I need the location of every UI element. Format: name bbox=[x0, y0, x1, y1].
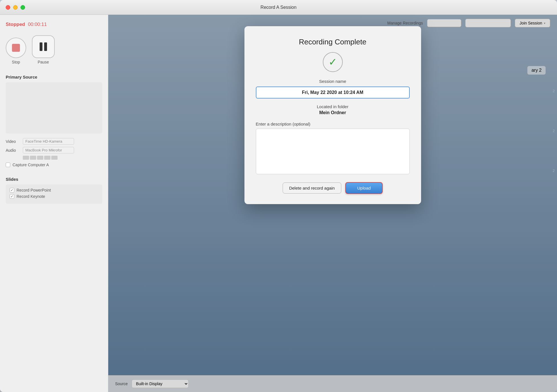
audio-bar-2 bbox=[30, 156, 36, 160]
checkmark-icon: ✓ bbox=[329, 57, 337, 67]
primary-source-section: Primary Source Video FaceTime HD-Kamera … bbox=[6, 75, 102, 171]
status-row: Stopped 00:00:11 bbox=[6, 22, 102, 27]
capture-row: Capture Computer A bbox=[6, 163, 102, 167]
delete-record-again-button[interactable]: Delete and record again bbox=[283, 182, 341, 194]
titlebar: Record A Session bbox=[0, 0, 557, 15]
window-title: Record A Session bbox=[260, 5, 296, 10]
pause-icon bbox=[40, 42, 47, 51]
record-powerpoint-checkbox[interactable]: ✓ bbox=[10, 188, 14, 192]
audio-bar-3 bbox=[37, 156, 43, 160]
stop-label: Stop bbox=[12, 60, 20, 64]
description-textarea[interactable] bbox=[256, 129, 410, 174]
capture-checkbox[interactable] bbox=[6, 163, 10, 167]
modal-title: Recording Complete bbox=[299, 38, 366, 46]
pause-bar-left bbox=[40, 42, 42, 51]
modal-overlay: Recording Complete ✓ Session name Locate… bbox=[108, 15, 557, 392]
status-time: 00:00:11 bbox=[28, 22, 47, 27]
primary-source-title: Primary Source bbox=[6, 75, 102, 79]
upload-button[interactable]: Upload bbox=[345, 182, 383, 194]
folder-name: Mein Ordner bbox=[319, 110, 346, 115]
session-name-label: Session name bbox=[319, 79, 346, 84]
stop-button[interactable] bbox=[6, 38, 26, 58]
maximize-button[interactable] bbox=[21, 5, 25, 10]
description-label: Enter a description (optional) bbox=[256, 122, 311, 126]
record-keynote-row: ✓ Record Keynote bbox=[10, 194, 98, 199]
slides-title: Slides bbox=[6, 177, 102, 182]
close-button[interactable] bbox=[6, 5, 10, 10]
pause-bar-right bbox=[44, 42, 47, 51]
video-value[interactable]: FaceTime HD-Kamera bbox=[23, 138, 74, 145]
main-content: Stopped 00:00:11 Stop bbox=[0, 15, 557, 392]
folder-label: Located in folder bbox=[317, 104, 348, 109]
check-icon-2: ✓ bbox=[11, 194, 13, 198]
check-circle: ✓ bbox=[323, 52, 343, 72]
capture-label: Capture Computer A bbox=[13, 163, 49, 167]
audio-row: Audio MacBook Pro Mikrofor bbox=[6, 147, 102, 153]
recording-complete-modal: Recording Complete ✓ Session name Locate… bbox=[244, 26, 421, 204]
right-area: Manage Recordings Join Session ▾ ary 2 2… bbox=[108, 15, 557, 392]
check-icon: ✓ bbox=[11, 188, 13, 192]
slides-section: Slides ✓ Record PowerPoint ✓ Record Keyn… bbox=[6, 177, 102, 204]
pause-control: Pause bbox=[32, 35, 55, 64]
pause-button[interactable] bbox=[32, 35, 55, 58]
record-powerpoint-label: Record PowerPoint bbox=[17, 188, 51, 192]
pause-label: Pause bbox=[38, 60, 49, 64]
minimize-button[interactable] bbox=[13, 5, 18, 10]
session-name-input[interactable] bbox=[256, 87, 410, 98]
stop-control: Stop bbox=[6, 38, 26, 64]
stop-icon bbox=[12, 44, 20, 52]
video-row: Video FaceTime HD-Kamera bbox=[6, 138, 102, 145]
video-label: Video bbox=[6, 139, 20, 144]
primary-source-preview bbox=[6, 82, 102, 134]
audio-level-bars bbox=[23, 156, 102, 160]
audio-value[interactable]: MacBook Pro Mikrofor bbox=[23, 147, 74, 153]
sidebar: Stopped 00:00:11 Stop bbox=[0, 15, 108, 392]
traffic-lights bbox=[6, 5, 25, 10]
record-powerpoint-row: ✓ Record PowerPoint bbox=[10, 188, 98, 192]
status-label: Stopped bbox=[6, 22, 25, 27]
audio-label: Audio bbox=[6, 148, 20, 153]
controls-row: Stop Pause bbox=[6, 35, 102, 64]
audio-bar-1 bbox=[23, 156, 29, 160]
record-keynote-checkbox[interactable]: ✓ bbox=[10, 194, 14, 199]
audio-bar-5 bbox=[51, 156, 58, 160]
modal-buttons: Delete and record again Upload bbox=[256, 182, 410, 194]
audio-bar-4 bbox=[44, 156, 50, 160]
record-keynote-label: Record Keynote bbox=[17, 194, 45, 199]
app-window: Record A Session Stopped 00:00:11 Stop bbox=[0, 0, 557, 392]
